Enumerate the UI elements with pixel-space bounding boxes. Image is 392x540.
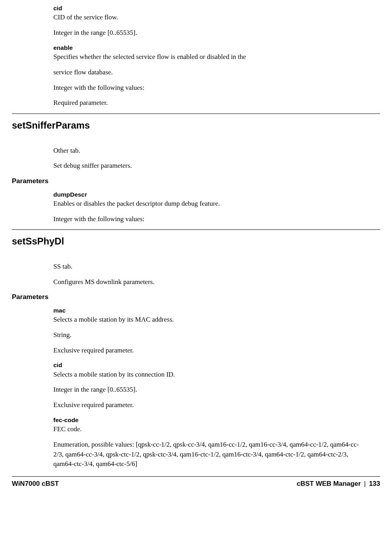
section-description: Configures MS downlink parameters. xyxy=(53,277,362,287)
param-desc: FEC code. xyxy=(53,424,362,434)
content-block-sniffer: Other tab. Set debug sniffer parameters. xyxy=(12,146,380,171)
parameters-subheading: Parameters xyxy=(12,176,380,186)
param-name-cid: cid xyxy=(53,4,362,13)
footer-separator: | xyxy=(364,479,366,489)
param-range: Integer in the range [0..65535]. xyxy=(53,28,362,38)
param-name-dumpDescr: dumpDescr xyxy=(53,190,362,199)
param-name-enable: enable xyxy=(53,44,362,52)
tab-label: Other tab. xyxy=(53,146,362,156)
param-desc-line2: service flow database. xyxy=(53,68,362,78)
tab-label: SS tab. xyxy=(53,262,362,272)
content-block-ssphy: SS tab. Configures MS downlink parameter… xyxy=(12,262,380,287)
footer-right: cBST WEB Manager | 133 xyxy=(297,479,380,489)
content-block-ssphy-params: mac Selects a mobile station by its MAC … xyxy=(12,306,380,469)
section-divider xyxy=(12,114,380,114)
param-desc: Enables or disables the packet descripto… xyxy=(53,199,362,209)
param-desc: CID of the service flow. xyxy=(53,13,362,23)
param-required: Required parameter. xyxy=(53,98,362,108)
param-name-cid2: cid xyxy=(53,361,362,369)
footer-title: cBST WEB Manager xyxy=(297,479,361,489)
footer-left: WiN7000 cBST xyxy=(12,479,59,489)
param-name-fec-code: fec-code xyxy=(53,416,362,424)
param-desc-line1: Specifies whether the selected service f… xyxy=(53,52,362,62)
section-heading-setSsPhyDl: setSsPhyDl xyxy=(12,235,380,248)
section-description: Set debug sniffer parameters. xyxy=(53,161,362,171)
content-block-intro: cid CID of the service flow. Integer in … xyxy=(12,4,380,108)
parameters-subheading: Parameters xyxy=(12,292,380,302)
param-type: String. xyxy=(53,330,362,340)
param-required: Exclusive required parameter. xyxy=(53,400,362,410)
param-values: Integer with the following values: xyxy=(53,83,362,93)
page: cid CID of the service flow. Integer in … xyxy=(0,4,392,469)
page-footer: WiN7000 cBST cBST WEB Manager | 133 xyxy=(12,476,380,489)
param-desc: Selects a mobile station by its MAC addr… xyxy=(53,315,362,325)
param-name-mac: mac xyxy=(53,306,362,315)
section-heading-setSnifferParams: setSnifferParams xyxy=(12,119,380,133)
param-required: Exclusive required parameter. xyxy=(53,346,362,356)
param-enum: Enumeration, possible values: [qpsk-cc-1… xyxy=(53,440,362,469)
section-divider xyxy=(12,229,380,230)
param-range: Integer in the range [0..65535]. xyxy=(53,385,362,395)
param-values: Integer with the following values: xyxy=(53,214,362,224)
page-number: 133 xyxy=(369,479,380,489)
content-block-sniffer-params: dumpDescr Enables or disables the packet… xyxy=(12,190,380,224)
param-desc: Selects a mobile station by its connecti… xyxy=(53,370,362,380)
